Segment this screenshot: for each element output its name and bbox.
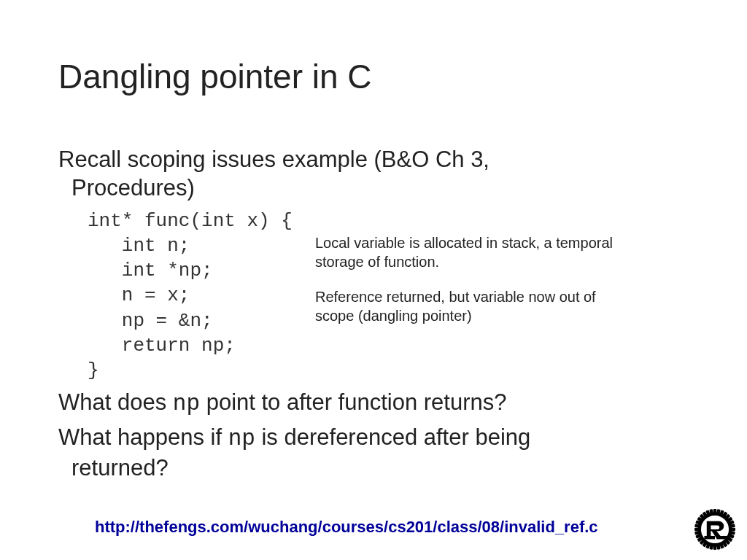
annotation: Local variable is allocated in stack, a … [315,233,622,325]
slide-title: Dangling pointer in C [58,57,372,96]
intro-line2: Procedures) [71,174,693,203]
q2-code: np [228,426,255,451]
slide: Dangling pointer in C Recall scoping iss… [0,0,747,560]
intro-text: Recall scoping issues example (B&O Ch 3,… [58,146,693,203]
q2-part-c: returned? [71,454,693,483]
q1-part-b: point to after function returns? [200,389,506,415]
url-reference: http://thefengs.com/wuchang/courses/cs20… [95,518,598,537]
question-2: What happens if np is dereferenced after… [58,423,693,482]
q1-code: np [173,391,200,416]
svg-rect-3 [716,536,727,539]
q1-part-a: What does [58,389,173,415]
intro-line1: Recall scoping issues example (B&O Ch 3, [58,147,489,172]
svg-rect-1 [713,509,716,514]
annotation-para2: Reference returned, but variable now out… [315,287,622,325]
rust-logo-icon [694,509,735,550]
svg-rect-2 [704,536,715,539]
q2-part-a: What happens if [58,424,228,450]
question-1: What does np point to after function ret… [58,388,693,419]
q2-part-b: is dereferenced after being [255,424,530,450]
annotation-para1: Local variable is allocated in stack, a … [315,233,622,271]
